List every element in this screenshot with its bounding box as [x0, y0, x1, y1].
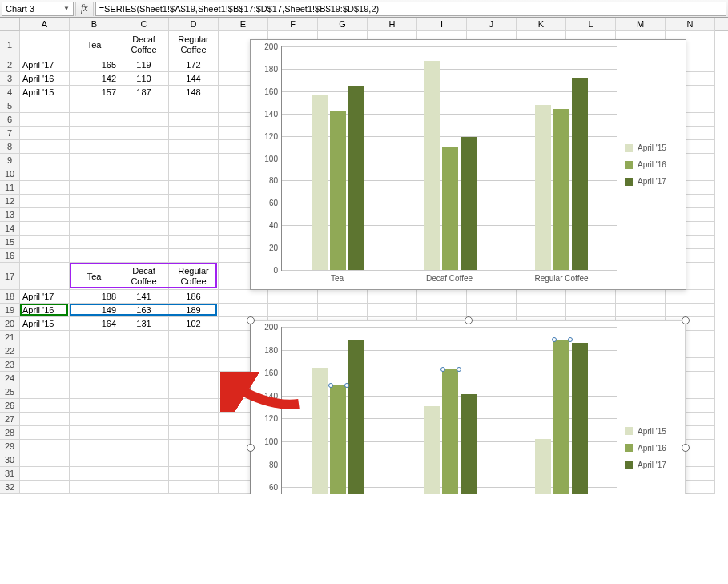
row-header[interactable]: 8 [0, 140, 20, 154]
row-header[interactable]: 30 [0, 453, 20, 467]
cell[interactable] [219, 304, 268, 317]
bar[interactable] [461, 394, 477, 494]
cell[interactable] [169, 208, 219, 222]
cell[interactable] [20, 127, 70, 140]
cell[interactable] [368, 290, 417, 304]
bar[interactable] [348, 340, 364, 494]
row-header[interactable]: 10 [0, 167, 20, 181]
cell[interactable]: Decaf Coffee [119, 263, 169, 290]
cell[interactable]: 165 [70, 58, 119, 72]
column-header[interactable]: G [318, 18, 368, 31]
cell[interactable]: 144 [169, 72, 219, 86]
cell[interactable] [169, 413, 219, 426]
cell[interactable] [70, 344, 119, 358]
cell[interactable] [119, 195, 169, 208]
cell[interactable] [318, 290, 368, 304]
cell[interactable] [119, 440, 169, 453]
cell[interactable] [20, 140, 70, 154]
cell[interactable]: 172 [169, 58, 219, 72]
cell[interactable] [169, 236, 219, 249]
cell[interactable] [70, 372, 119, 385]
column-header[interactable]: M [616, 18, 666, 31]
cell[interactable] [20, 31, 70, 58]
resize-handle[interactable] [682, 444, 690, 452]
cell[interactable] [417, 290, 467, 304]
resize-handle[interactable] [682, 316, 690, 324]
cell[interactable] [70, 195, 119, 208]
row-header[interactable]: 1 [0, 31, 20, 58]
cell[interactable] [169, 331, 219, 344]
cell[interactable] [70, 481, 119, 494]
bar[interactable] [424, 406, 440, 494]
column-header[interactable]: F [268, 18, 318, 31]
cell[interactable] [517, 304, 566, 317]
row-header[interactable]: 26 [0, 399, 20, 413]
cell[interactable] [119, 99, 169, 113]
cell[interactable] [119, 331, 169, 344]
cell[interactable] [318, 304, 368, 317]
cell[interactable] [119, 358, 169, 372]
cell[interactable] [119, 453, 169, 467]
cell[interactable] [70, 385, 119, 399]
cell[interactable]: Regular Coffee [169, 31, 219, 58]
cell[interactable] [20, 99, 70, 113]
bar[interactable] [312, 368, 328, 494]
row-header[interactable]: 21 [0, 331, 20, 344]
cell[interactable] [20, 249, 70, 263]
cell[interactable] [169, 440, 219, 453]
row-header[interactable]: 29 [0, 440, 20, 453]
chevron-down-icon[interactable]: ▼ [63, 5, 70, 12]
cell[interactable] [20, 413, 70, 426]
name-box[interactable]: Chart 3 ▼ [2, 2, 74, 16]
row-header[interactable]: 17 [0, 263, 20, 290]
column-header[interactable]: D [169, 18, 219, 31]
cell[interactable] [119, 154, 169, 167]
cell[interactable] [169, 127, 219, 140]
cell[interactable] [169, 99, 219, 113]
fx-icon[interactable]: fx [75, 2, 94, 16]
row-header[interactable]: 11 [0, 181, 20, 195]
row-header[interactable]: 23 [0, 358, 20, 372]
cell[interactable]: 119 [119, 58, 169, 72]
chart-bottom[interactable]: 020406080100120140160180200 Tea Decaf Co… [250, 320, 686, 494]
cell[interactable] [70, 399, 119, 413]
bar[interactable] [461, 137, 477, 270]
cell[interactable] [70, 453, 119, 467]
cell[interactable] [70, 467, 119, 481]
row-header[interactable]: 9 [0, 154, 20, 167]
bar[interactable] [312, 95, 328, 270]
resize-handle[interactable] [465, 316, 473, 324]
cell[interactable]: 186 [169, 290, 219, 304]
row-header[interactable]: 27 [0, 413, 20, 426]
cell[interactable] [20, 195, 70, 208]
bar[interactable] [442, 369, 458, 494]
bar[interactable] [535, 439, 551, 494]
cell[interactable] [169, 385, 219, 399]
cell[interactable] [20, 440, 70, 453]
resize-handle[interactable] [247, 316, 255, 324]
row-header[interactable]: 3 [0, 72, 20, 86]
select-all-corner[interactable] [0, 18, 20, 31]
row-header[interactable]: 13 [0, 208, 20, 222]
cell[interactable] [70, 140, 119, 154]
cell[interactable] [169, 249, 219, 263]
cell[interactable] [169, 167, 219, 181]
cell[interactable] [169, 154, 219, 167]
bar[interactable] [330, 111, 346, 270]
cell[interactable] [169, 113, 219, 127]
row-header[interactable]: 6 [0, 113, 20, 127]
bar[interactable] [330, 385, 346, 494]
cell[interactable] [119, 127, 169, 140]
cell[interactable] [20, 181, 70, 195]
row-header[interactable]: 28 [0, 426, 20, 440]
cell[interactable] [20, 385, 70, 399]
cell[interactable] [119, 167, 169, 181]
cell[interactable]: 163 [119, 304, 169, 317]
cell[interactable] [169, 481, 219, 494]
cell[interactable] [119, 481, 169, 494]
cell[interactable] [20, 263, 70, 290]
cell[interactable] [20, 372, 70, 385]
row-header[interactable]: 16 [0, 249, 20, 263]
cell[interactable]: April '15 [20, 317, 70, 331]
cell[interactable] [666, 304, 715, 317]
